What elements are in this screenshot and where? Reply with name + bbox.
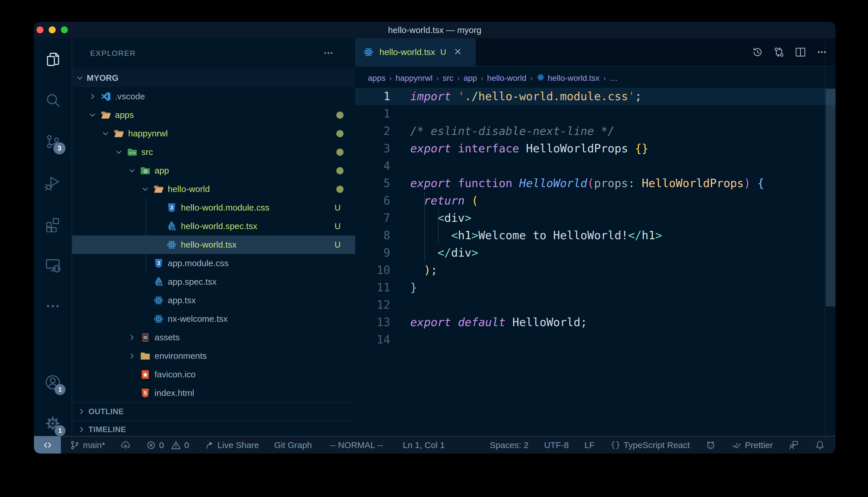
chevron-spacer: [153, 202, 164, 213]
status-notifications[interactable]: [815, 440, 825, 450]
code-text: export default HelloWorld;: [397, 314, 587, 331]
code-text: import './hello-world.module.css';: [397, 88, 642, 105]
activity-source-control-icon[interactable]: 3: [42, 131, 63, 152]
activity-badge: 3: [53, 142, 66, 154]
line-number: 8: [355, 227, 397, 244]
window-title: hello-world.tsx — myorg: [34, 22, 836, 38]
code-line-15: 14: [355, 331, 836, 349]
folder-app-icon: [139, 164, 152, 177]
status-encoding[interactable]: UTF-8: [544, 440, 569, 450]
activity-extensions-icon[interactable]: [42, 213, 63, 234]
line-number: 4: [355, 157, 397, 175]
tree-item-app-spec-tsx[interactable]: TSapp.spec.tsx: [72, 272, 355, 291]
status-vim-mode[interactable]: -- NORMAL --: [330, 440, 383, 450]
chevron-down-icon: [100, 128, 111, 139]
code-line-7: 6 return (: [355, 192, 836, 209]
editor-scrollbar[interactable]: [825, 38, 836, 436]
tree-item-assets[interactable]: assets: [72, 328, 355, 347]
title-bar: hello-world.tsx — myorg: [34, 22, 836, 38]
status-label: 0: [159, 440, 164, 450]
code-editor[interactable]: 1import './hello-world.module.css';12/* …: [355, 38, 836, 436]
status-indentation[interactable]: Spaces: 2: [490, 440, 528, 450]
code-line-14: 13export default HelloWorld;: [355, 314, 836, 331]
status-git-branch[interactable]: main*: [70, 440, 105, 450]
line-number: 9: [355, 244, 397, 261]
tree-item-app-tsx[interactable]: app.tsx: [72, 291, 355, 310]
status-github[interactable]: [705, 440, 716, 450]
tree-item-environments[interactable]: environments: [72, 347, 355, 365]
tree-item-label: app.module.css: [168, 258, 229, 268]
traffic-light-minimize[interactable]: [49, 26, 56, 33]
activity-more-views-icon[interactable]: [42, 296, 63, 316]
folder-open-icon: [99, 109, 112, 122]
activity-badge: 1: [55, 384, 66, 395]
css-icon: 3: [165, 201, 178, 214]
line-number: 7: [355, 209, 397, 227]
tree-item-happynrwl[interactable]: happynrwl: [72, 124, 355, 143]
sidebar-more-actions-icon[interactable]: [322, 47, 335, 60]
braces-icon: [610, 440, 621, 450]
git-untracked-badge: U: [334, 222, 341, 231]
activity-run-debug-icon[interactable]: [42, 172, 63, 193]
chevron-down-icon: [140, 184, 150, 194]
tree-section-myorg[interactable]: MYORG: [72, 69, 355, 87]
status-eol[interactable]: LF: [584, 440, 595, 450]
activity-remote-explorer-icon[interactable]: [42, 255, 63, 275]
traffic-light-zoom[interactable]: [61, 26, 68, 33]
tree-item-hello-world-spec-tsx[interactable]: TShello-world.spec.tsxU: [72, 217, 355, 236]
tree-item-nx-welcome-tsx[interactable]: nx-welcome.tsx: [72, 310, 355, 328]
tree-item-src[interactable]: </>src: [72, 143, 355, 161]
section-timeline[interactable]: TIMELINE: [72, 420, 355, 436]
editor-group: hello-world.tsx U apps›happynrwl›src›app…: [355, 38, 836, 436]
line-number: 1: [355, 105, 397, 123]
status-label: Prettier: [745, 440, 773, 450]
tree-item-label: favicon.ico: [154, 370, 196, 380]
chevron-down-icon: [74, 73, 85, 83]
code-text: [397, 296, 410, 314]
code-text: [397, 157, 410, 175]
test-icon: TS: [165, 220, 178, 232]
activity-accounts-icon[interactable]: 1: [42, 372, 63, 393]
tree-item-hello-world-tsx[interactable]: hello-world.tsxU: [72, 236, 355, 254]
status-remote-indicator[interactable]: [34, 436, 61, 454]
tree-item-label: app: [154, 166, 169, 175]
vscode-icon: [99, 90, 112, 103]
tree-item-favicon-ico[interactable]: favicon.ico: [72, 365, 355, 384]
tree-item-label: environments: [154, 351, 207, 361]
tree-item-app[interactable]: app: [72, 161, 355, 180]
activity-settings-icon[interactable]: 1: [42, 413, 63, 434]
status-cursor-position[interactable]: Ln 1, Col 1: [403, 440, 445, 450]
bell-icon: [815, 440, 825, 450]
status-label: Spaces: 2: [490, 440, 528, 450]
line-number: 3: [355, 140, 397, 157]
branch-icon: [70, 440, 80, 450]
status-git-graph[interactable]: Git Graph: [274, 440, 312, 450]
status-feedback[interactable]: [788, 440, 799, 450]
section-outline[interactable]: OUTLINE: [72, 402, 355, 420]
status-problems[interactable]: 00: [146, 440, 189, 450]
activity-badge: 1: [55, 425, 66, 436]
tree-item-index-html[interactable]: 5index.html: [72, 384, 355, 402]
tree-item-apps[interactable]: apps: [72, 106, 355, 124]
line-number: 12: [355, 296, 397, 314]
tree-item-hello-world-module-css[interactable]: 3hello-world.module.cssU: [72, 198, 355, 217]
activity-explorer-icon[interactable]: [42, 49, 63, 70]
feedback-icon: [788, 440, 799, 450]
traffic-light-close[interactable]: [37, 26, 43, 33]
status-label: -- NORMAL --: [330, 440, 383, 450]
scrollbar-thumb[interactable]: [826, 89, 836, 307]
git-modified-dot: [336, 167, 344, 174]
editor-indent-guide: [438, 209, 439, 244]
status-live-share[interactable]: Live Share: [204, 440, 259, 450]
status-language-mode[interactable]: TypeScript React: [610, 440, 690, 450]
status-sync[interactable]: [120, 440, 131, 450]
chevron-right-icon: [127, 332, 137, 343]
code-text: return (: [397, 192, 478, 209]
tree-item-hello-world[interactable]: hello-world: [72, 180, 355, 198]
folder-open-icon: [152, 183, 165, 196]
code-line-13: 12: [355, 296, 836, 314]
activity-search-icon[interactable]: [42, 90, 63, 111]
tree-item-app-module-css[interactable]: 3app.module.css: [72, 254, 355, 272]
status-prettier[interactable]: Prettier: [731, 440, 773, 450]
tree-item--vscode[interactable]: .vscode: [72, 87, 355, 106]
